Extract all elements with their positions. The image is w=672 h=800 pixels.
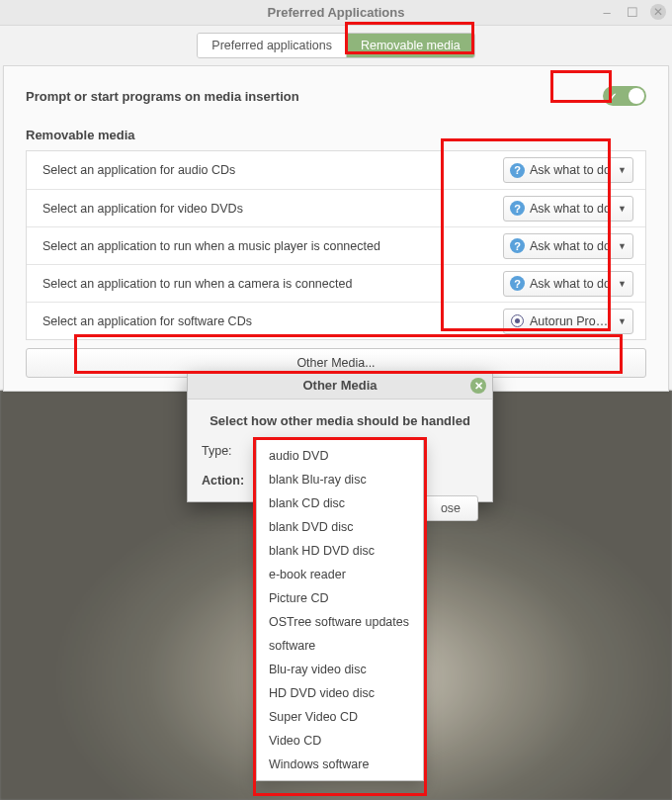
tab-removable-media[interactable]: Removable media	[346, 34, 474, 57]
toggle-knob	[629, 88, 644, 104]
minimize-icon[interactable]: –	[599, 4, 615, 20]
prompt-label: Prompt or start programs on media insert…	[26, 89, 299, 104]
window-controls: – ☐ ✕	[599, 4, 666, 20]
media-row: Select an application to run when a musi…	[27, 226, 645, 264]
help-icon: ?	[510, 163, 525, 178]
dialog-titlebar: Other Media ✕	[188, 372, 492, 400]
dialog-labels: Type: Action:	[202, 442, 249, 488]
type-option[interactable]: blank Blu-ray disc	[257, 468, 423, 491]
type-option[interactable]: Video CD	[257, 729, 423, 753]
prompt-row: Prompt or start programs on media insert…	[26, 86, 646, 106]
media-table: Select an application for audio CDs ? As…	[26, 150, 646, 340]
action-label: Action:	[202, 474, 249, 488]
media-select-audio-cd[interactable]: ? Ask what to do ▼	[503, 157, 633, 183]
type-option[interactable]: e-book reader	[257, 563, 423, 586]
media-select-video-dvd[interactable]: ? Ask what to do ▼	[503, 196, 633, 222]
dialog-title: Other Media	[302, 378, 377, 393]
close-icon[interactable]: ✕	[650, 4, 666, 20]
window-title: Preferred Applications	[268, 5, 405, 20]
chevron-down-icon: ▼	[618, 204, 627, 214]
combo-value: Ask what to do	[530, 163, 613, 177]
media-row: Select an application for software CDs A…	[27, 302, 645, 339]
media-label: Select an application for software CDs	[42, 314, 503, 328]
settings-panel: Prompt or start programs on media insert…	[3, 65, 669, 392]
media-select-music-player[interactable]: ? Ask what to do ▼	[503, 233, 633, 259]
target-icon	[510, 313, 525, 328]
media-label: Select an application to run when a came…	[42, 277, 503, 291]
type-option[interactable]: OSTree software updates	[257, 610, 423, 634]
help-icon: ?	[510, 238, 525, 253]
tab-preferred-applications[interactable]: Preferred applications	[198, 34, 346, 57]
combo-value: Autorun Prompt	[530, 314, 613, 328]
type-option[interactable]: blank HD DVD disc	[257, 539, 423, 563]
dialog-close-icon[interactable]: ✕	[470, 378, 486, 394]
type-option[interactable]: Windows software	[257, 753, 423, 776]
window-titlebar: Preferred Applications – ☐ ✕	[0, 0, 672, 26]
type-option[interactable]: Blu-ray video disc	[257, 658, 423, 681]
chevron-down-icon: ▼	[618, 165, 627, 175]
tabs-row: Preferred applications Removable media	[0, 26, 672, 65]
type-option[interactable]: HD DVD video disc	[257, 681, 423, 705]
type-option[interactable]: software	[257, 634, 423, 658]
type-label: Type:	[202, 444, 249, 458]
type-option[interactable]: blank DVD disc	[257, 515, 423, 539]
chevron-down-icon: ▼	[618, 279, 627, 289]
type-option[interactable]: audio DVD	[257, 444, 423, 468]
dialog-subtitle: Select how other media should be handled	[188, 400, 492, 442]
media-row: Select an application for video DVDs ? A…	[27, 189, 645, 226]
media-label: Select an application for audio CDs	[42, 163, 503, 177]
tab-group: Preferred applications Removable media	[197, 33, 474, 58]
chevron-down-icon: ▼	[618, 241, 627, 251]
combo-value: Ask what to do	[530, 239, 613, 253]
media-row: Select an application for audio CDs ? As…	[27, 151, 645, 189]
prompt-toggle[interactable]: ✔	[603, 86, 646, 106]
media-select-camera[interactable]: ? Ask what to do ▼	[503, 271, 633, 297]
type-dropdown-list[interactable]: audio DVD blank Blu-ray disc blank CD di…	[256, 439, 424, 781]
combo-value: Ask what to do	[530, 277, 613, 291]
media-label: Select an application to run when a musi…	[42, 239, 503, 253]
help-icon: ?	[510, 201, 525, 216]
chevron-down-icon: ▼	[618, 316, 627, 326]
combo-value: Ask what to do	[530, 202, 613, 216]
media-row: Select an application to run when a came…	[27, 264, 645, 302]
help-icon: ?	[510, 276, 525, 291]
type-option[interactable]: blank CD disc	[257, 491, 423, 515]
type-option[interactable]: Super Video CD	[257, 705, 423, 729]
type-option[interactable]: Picture CD	[257, 586, 423, 610]
maximize-icon[interactable]: ☐	[625, 4, 640, 20]
check-icon: ✔	[609, 91, 617, 102]
media-label: Select an application for video DVDs	[42, 202, 503, 216]
dialog-close-button[interactable]: ose	[423, 495, 478, 521]
section-title: Removable media	[26, 128, 646, 142]
media-select-software-cd[interactable]: Autorun Prompt ▼	[503, 309, 633, 334]
